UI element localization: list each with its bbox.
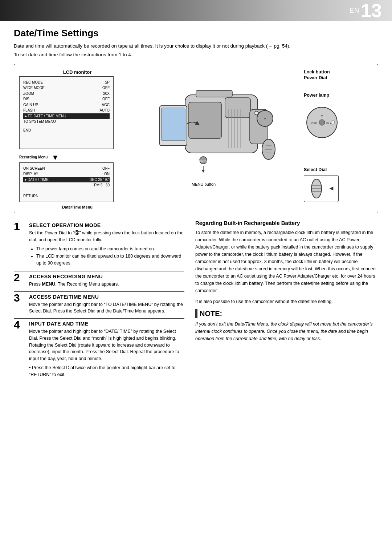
svg-text:M: M (264, 117, 266, 121)
step-4-last-bullet: • Press the Select Dial twice when the p… (29, 364, 184, 378)
svg-text:OFF: OFF (311, 122, 317, 125)
steps-left: 1 Select Operation Mode Set the Power Di… (14, 220, 184, 382)
lcd-screen-datetime: ON SCREENOFF DISPLAYON ►DATE / TIMEDEC 2… (19, 162, 114, 202)
step-4-desc: Move the pointer and highlight bar to “D… (29, 328, 184, 362)
diagram-box: LCD monitor REC MODESP WIDE MODEOFF ZOOM… (14, 64, 378, 214)
date-time-menu-label: Date/Time Menu (19, 205, 135, 209)
note-title-bar (195, 309, 197, 318)
recording-menu-label: Recording Menu ▼ (19, 153, 135, 162)
step-3-desc: Move the pointer and highlight bar to “T… (29, 301, 184, 315)
camcorder-svg: M MENU (156, 77, 279, 186)
step-3-content: Access Date/Time Menu Move the pointer a… (29, 294, 184, 315)
step-1-content: Select Operation Mode Set the Power Dial… (29, 222, 184, 267)
note-section: NOTE: If you don’t exit the Date/Time Me… (195, 309, 378, 342)
svg-text:M: M (320, 114, 323, 118)
intro-text-2: To set date and time follow the instruct… (14, 51, 378, 58)
svg-point-14 (255, 111, 258, 115)
header-bar: EN 13 (0, 0, 392, 21)
header-page-number: 13 (361, 1, 382, 20)
step-3-number: 3 (14, 292, 26, 303)
svg-point-25 (319, 120, 325, 125)
select-dial-label: Select Dial (304, 167, 339, 172)
step-2-number: 2 (14, 272, 26, 283)
right-section-para-1: To store the date/time in memory, a rech… (195, 229, 378, 294)
select-dial-callout: Select Dial ◄ (304, 167, 339, 202)
diagram-right: Lock button Power Dial Power lamp M PLAY… (300, 69, 373, 202)
step-4-number: 4 (14, 319, 26, 330)
callout-group-top: Lock button Power Dial Power lamp (304, 69, 330, 98)
note-title-text: NOTE: (200, 310, 222, 318)
lock-button-label: Lock button (304, 69, 330, 74)
step-3: 3 Access Date/Time Menu Move the pointer… (14, 291, 184, 315)
svg-rect-11 (162, 108, 185, 141)
step-2: 2 Access Recording Menu Press MENU. The … (14, 271, 184, 288)
step-4: 4 Input Date and Time Move the pointer a… (14, 318, 184, 378)
step-4-title: Input Date and Time (29, 321, 184, 327)
right-section-title: Regarding Built-in Rechargeable Battery (195, 220, 378, 226)
lcd-monitor-label: LCD monitor (19, 69, 135, 75)
header-en-label: EN (350, 7, 359, 15)
select-dial-box: ◄ (304, 175, 339, 202)
note-title: NOTE: (195, 309, 378, 318)
main-content: Date/Time Settings Date and time will au… (0, 21, 392, 388)
diagram-center: M MENU (135, 69, 300, 193)
steps-section: 1 Select Operation Mode Set the Power Di… (14, 220, 378, 382)
step-4-content: Input Date and Time Move the pointer and… (29, 321, 184, 378)
menu-button-label: MENU button (192, 182, 216, 186)
svg-point-26 (331, 121, 335, 124)
step-1: 1 Select Operation Mode Set the Power Di… (14, 220, 184, 267)
step-1-desc: Set the Power Dial to "Ⓞ" while pressing… (29, 230, 184, 243)
power-dial-label: Power Dial (304, 75, 330, 80)
step-1-bullet-2: The LCD monitor can be tilted upward up … (36, 253, 184, 267)
step-1-bullets: The power lamp comes on and the camcorde… (33, 246, 184, 267)
highlighted-row-datetime: ►TO DATE / TIME MENU (23, 113, 110, 119)
step-2-title: Access Recording Menu (29, 274, 184, 279)
svg-text:MENU: MENU (199, 159, 208, 162)
step-3-title: Access Date/Time Menu (29, 294, 184, 300)
right-section-para-2: It is also possible to use the camcorder… (195, 298, 378, 305)
step-1-title: Select Operation Mode (29, 222, 184, 228)
step-1-number: 1 (14, 221, 26, 232)
note-text: If you don’t exit the Date/Time Menu, th… (195, 320, 378, 342)
step-2-desc: Press MENU. The Recording Menu appears. (29, 281, 184, 288)
diagram-left: LCD monitor REC MODESP WIDE MODEOFF ZOOM… (19, 69, 135, 210)
step-2-content: Access Recording Menu Press MENU. The Re… (29, 274, 184, 288)
intro-text-1: Date and time will automatically be reco… (14, 43, 378, 50)
page-title: Date/Time Settings (14, 28, 378, 39)
power-lamp-label: Power lamp (304, 93, 330, 98)
svg-rect-4 (196, 90, 232, 97)
lcd-screen-recording: REC MODESP WIDE MODEOFF ZOOM20X DISOFF G… (19, 76, 114, 149)
steps-right: Regarding Built-in Rechargeable Battery … (195, 220, 378, 382)
step-1-bullet-1: The power lamp comes on and the camcorde… (36, 246, 184, 253)
svg-rect-1 (189, 102, 221, 138)
lcd-end-label: END (23, 128, 31, 133)
power-dial-illustration: M PLAY OFF (304, 104, 340, 142)
